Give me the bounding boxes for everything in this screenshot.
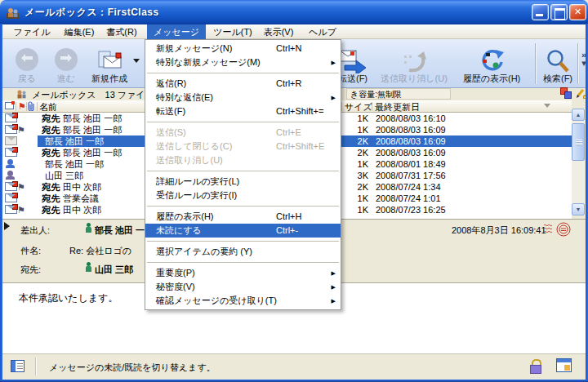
statusbar-message: メッセージの未読/既読を切り替えます。 (49, 362, 216, 374)
scroll-up-arrow-icon[interactable]: ▲ (572, 109, 585, 121)
unsend-button: 送信取り消し(U) (378, 42, 450, 86)
new-message-envelope-icon (96, 49, 123, 73)
menu-item-label: 送信取り消し(U) (156, 155, 223, 165)
menu-item[interactable]: 未読にするCtrl+- (145, 224, 341, 238)
menu-item-label: 転送(F) (156, 106, 185, 116)
menu-item-label: 選択アイテムの要約 (Y) (156, 247, 252, 256)
mail-column-icon[interactable] (5, 102, 14, 109)
forward-mail-button-label: 転送(F) (338, 73, 368, 84)
menu-item[interactable]: 新規メッセージ(N)Ctrl+N (145, 42, 341, 56)
menu-item[interactable]: 詳細ルールの実行(L) (145, 175, 341, 189)
history-circular-arrow-icon (476, 49, 507, 73)
close-button[interactable] (569, 4, 586, 20)
menu-item[interactable]: 重要度(P) (145, 266, 341, 280)
menu-item[interactable]: 特別な新規メッセージ(M) (145, 56, 341, 69)
row-size: 1K (337, 204, 368, 215)
mail-unread-icon (5, 193, 17, 202)
new-message-button[interactable]: 新規作成 (86, 42, 133, 86)
layout-panel-icon[interactable] (556, 358, 572, 372)
menu-item-label: 新規メッセージ(N) (156, 43, 232, 53)
back-button-label: 戻る (18, 73, 36, 84)
menu-item-shortcut: Ctrl+R (276, 77, 301, 91)
menu-item-shortcut: Ctrl+E (276, 126, 301, 140)
to-prefix: 宛先 (42, 113, 60, 123)
row-size: 1K (337, 158, 368, 170)
menu-item-label: 詳細ルールの実行(L) (156, 176, 239, 186)
menu-item-label: 送信して閉じる(C) (156, 141, 232, 151)
menubar-item[interactable]: ツール(T) (212, 24, 254, 39)
view-squares-icon[interactable] (560, 87, 573, 100)
menubar-item[interactable]: 編集(E) (60, 24, 99, 39)
history-button[interactable]: 履歴の表示(H) (452, 42, 532, 86)
menu-item[interactable]: 選択アイテムの要約 (Y) (145, 245, 341, 259)
menu-item[interactable]: 転送(F)Ctrl+Shift+= (145, 104, 341, 118)
search-button[interactable]: 検索(F) (540, 42, 576, 86)
row-size: 2K (337, 135, 368, 147)
from-label: 差出人: (20, 224, 50, 237)
mail-unread-icon (5, 113, 17, 122)
subject-label: 件名: (20, 245, 41, 257)
lock-icon (529, 359, 541, 373)
subject-value: Re: 会社ロゴの (69, 245, 131, 257)
to-value[interactable]: 山田 三郎 (95, 264, 133, 276)
menu-item-shortcut: Ctrl+H (276, 210, 301, 224)
menu-item-label: 未読にする (156, 225, 202, 235)
search-button-label: 検索(F) (543, 73, 572, 84)
menu-item-shortcut: Ctrl+- (276, 224, 298, 238)
menu-separator (147, 262, 339, 263)
menubar-item[interactable]: 書式(R) (102, 24, 141, 39)
back-button: 戻る (9, 42, 45, 86)
menubar-item[interactable]: ヘルプ(H) (301, 24, 344, 39)
statusbar-separator (35, 358, 37, 375)
menu-separator (147, 171, 339, 171)
menu-item[interactable]: 履歴の表示(H)Ctrl+H (145, 210, 341, 224)
menubar-item[interactable]: 表示(V) (259, 24, 298, 39)
row-size: 1K (337, 113, 368, 124)
pane-toggle-icon[interactable] (11, 360, 24, 372)
menu-item[interactable]: 秘密度(V) (145, 280, 341, 294)
mail-unread-icon (5, 205, 17, 214)
message-menu-dropdown: 新規メッセージ(N)Ctrl+N特別な新規メッセージ(M)返信(R)Ctrl+R… (145, 39, 341, 310)
minimize-button[interactable] (532, 4, 549, 20)
new-message-dropdown-arrow-icon[interactable] (133, 59, 140, 66)
preview-collapse-arrow-icon[interactable] (4, 222, 10, 230)
menu-item[interactable]: 受信ルールの実行(I) (145, 189, 341, 202)
list-scrollbar[interactable]: ▲ ▼ (572, 109, 585, 215)
flag-icon (17, 204, 25, 215)
menubar-item[interactable]: メッセージ(M) (147, 24, 206, 39)
menu-item[interactable]: 特別な返信(E) (145, 91, 341, 104)
mailbox-small-icon (16, 89, 28, 99)
sort-direction-icon[interactable] (544, 104, 550, 111)
to-prefix: 宛先 (42, 205, 60, 215)
window-title: メールボックス：FirstClass (24, 6, 159, 20)
message-date: 2008年8月3日 16:09:41 (452, 224, 546, 237)
column-header-date[interactable]: 最終更新日 (375, 101, 420, 113)
menu-item[interactable]: 返信(R)Ctrl+R (145, 77, 341, 91)
row-date: 2008/08/03 16:10 (376, 113, 446, 124)
scroll-down-arrow-icon[interactable]: ▼ (572, 203, 585, 215)
row-size: 3K (337, 170, 368, 181)
maximize-button[interactable] (550, 4, 568, 20)
menu-item: 送信して閉じる(C)Ctrl+Shift+E (145, 140, 341, 153)
flag-icon (17, 181, 25, 193)
paperclip-column-icon[interactable] (28, 101, 35, 111)
row-date: 2008/07/23 16:25 (376, 204, 446, 215)
column-header-size[interactable]: サイズ (345, 101, 372, 113)
menubar-item[interactable]: ファイル(F) (7, 24, 56, 39)
forward-button: 進む (48, 42, 84, 86)
row-date: 2008/07/24 1:01 (376, 193, 441, 204)
menu-item-shortcut: Ctrl+Shift+= (276, 104, 323, 118)
app-window: メールボックス：FirstClass ファイル(F)編集(E)書式(R)メッセー… (0, 0, 588, 382)
row-date: 2008/08/03 16:09 (376, 135, 446, 147)
new-message-button-label: 新規作成 (91, 73, 127, 84)
menu-item[interactable]: 確認メッセージの受け取り(T) (145, 294, 341, 308)
mail-read-icon (5, 136, 17, 145)
person-icon (85, 223, 92, 233)
row-date: 2008/08/03 16:09 (376, 147, 446, 158)
flag-column-icon[interactable] (18, 100, 26, 112)
scrollbar-thumb[interactable] (572, 123, 585, 161)
column-header-name[interactable]: 名前 (39, 101, 57, 113)
menu-item-shortcut: Ctrl+N (276, 42, 301, 56)
row-size: 2K (337, 147, 368, 158)
menu-item-shortcut: Ctrl+Shift+E (276, 140, 324, 153)
